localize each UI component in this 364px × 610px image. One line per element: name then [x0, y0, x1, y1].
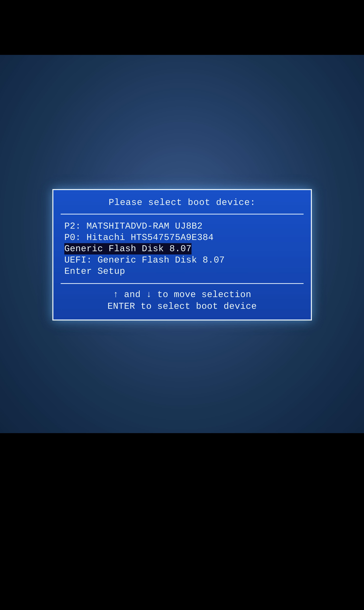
up-arrow-icon: ↑ — [113, 289, 118, 301]
help-line-navigation: ↑ and ↓ to move selection — [62, 289, 302, 301]
dialog-title: Please select boot device: — [57, 194, 307, 214]
boot-device-dialog: Please select boot device: P2: MATSHITAD… — [52, 189, 312, 320]
boot-device-list[interactable]: P2: MATSHITADVD-RAM UJ8B2 P0: Hitachi HT… — [57, 214, 307, 283]
boot-device-option[interactable]: P2: MATSHITADVD-RAM UJ8B2 — [64, 221, 302, 232]
boot-device-option-selected[interactable]: Generic Flash Disk 8.07 — [64, 243, 192, 254]
boot-device-option[interactable]: P0: Hitachi HTS547575A9E384 — [64, 232, 214, 243]
boot-device-option[interactable]: UEFI: Generic Flash Disk 8.07 — [64, 255, 225, 265]
boot-device-option-enter-setup[interactable]: Enter Setup — [64, 266, 125, 277]
help-text: ↑ and ↓ to move selection ENTER to selec… — [57, 284, 307, 316]
help-line-enter: ENTER to select boot device — [62, 301, 302, 312]
monitor-screen: Please select boot device: P2: MATSHITAD… — [0, 55, 364, 433]
down-arrow-icon: ↓ — [146, 289, 152, 301]
